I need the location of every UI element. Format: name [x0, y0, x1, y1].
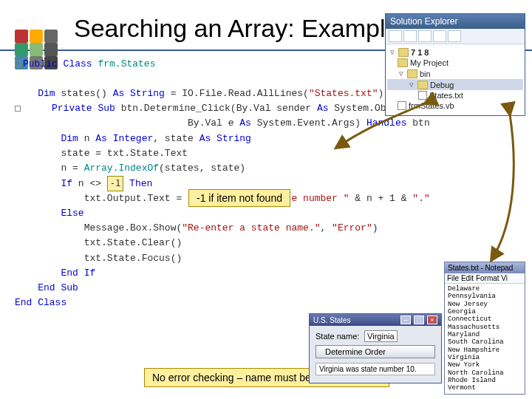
- state-name-input[interactable]: Virginia: [364, 330, 398, 342]
- folder-icon: [417, 81, 428, 89]
- se-toolbar-button[interactable]: [418, 30, 432, 42]
- output-textbox[interactable]: Virginia was state number 10.: [316, 363, 435, 375]
- se-toolbar-button[interactable]: [433, 30, 446, 42]
- notepad-window: States.txt - Notepad File Edit Format Vi…: [444, 262, 525, 395]
- app-window-titlebar: U.S. States – □ ×: [310, 314, 441, 326]
- tree-item-frmstates[interactable]: frmStates.vb: [387, 100, 523, 111]
- vb-file-icon: [398, 101, 406, 110]
- state-name-label: State name:: [316, 332, 359, 341]
- se-toolbar-button[interactable]: [403, 30, 417, 42]
- callout-not-found: -1 if item not found: [188, 189, 290, 207]
- tree-item-root[interactable]: ▿7 1 8: [387, 47, 523, 58]
- file-icon: [418, 91, 427, 100]
- close-button[interactable]: ×: [427, 316, 437, 324]
- determine-order-button[interactable]: Determine Order: [316, 345, 435, 358]
- solution-explorer-title: Solution Explorer: [386, 14, 525, 29]
- tree-item-debug[interactable]: ▿Debug: [387, 79, 523, 90]
- se-toolbar-button[interactable]: [389, 30, 402, 42]
- notepad-title: States.txt - Notepad: [445, 262, 525, 273]
- app-window: U.S. States – □ × State name: Virginia D…: [309, 313, 442, 383]
- project-icon: [398, 48, 409, 57]
- folder-icon: [398, 58, 408, 67]
- solution-explorer-toolbar: [386, 29, 525, 44]
- app-window-title: U.S. States: [313, 316, 351, 324]
- tree-item-states-txt[interactable]: States.txt: [387, 90, 523, 100]
- maximize-button[interactable]: □: [414, 316, 424, 324]
- tree-item-myproject[interactable]: My Project: [387, 58, 523, 68]
- solution-explorer-tree: ▿7 1 8 My Project ▿bin ▿Debug States.txt…: [386, 44, 525, 115]
- notepad-body: Delaware Pennsylvania New Jersey Georgia…: [445, 284, 525, 394]
- tree-item-bin[interactable]: ▿bin: [387, 68, 523, 79]
- minimize-button[interactable]: –: [400, 316, 411, 324]
- solution-explorer-panel: Solution Explorer ▿7 1 8 My Project ▿bin…: [385, 13, 525, 116]
- notepad-menu[interactable]: File Edit Format Vi: [445, 273, 525, 284]
- folder-icon: [407, 69, 417, 78]
- se-toolbar-button[interactable]: [448, 30, 461, 42]
- highlight-neg1: -1: [107, 176, 123, 191]
